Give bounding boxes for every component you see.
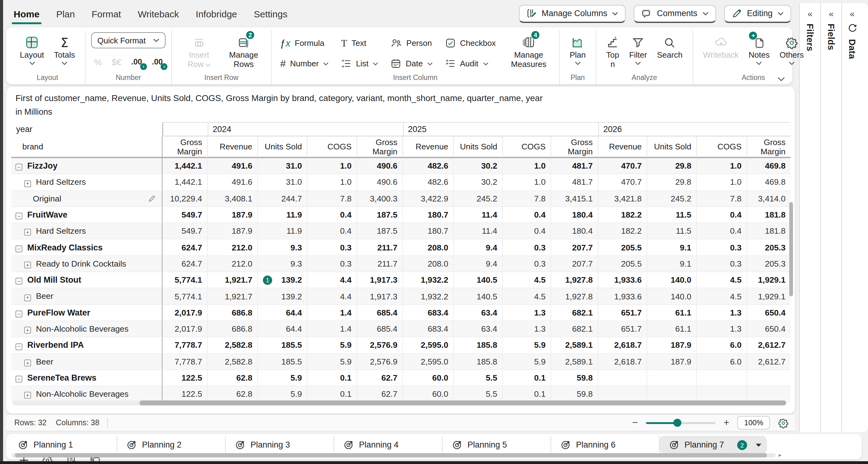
cell-hard-seltzers-c5[interactable]: 482.6: [403, 175, 454, 191]
cell-serenetea-brews-c2[interactable]: 5.9: [258, 370, 308, 386]
cell-beer-c0[interactable]: 5,774.1: [162, 288, 208, 305]
search-button[interactable]: Search: [653, 32, 687, 61]
cell-mixready-classics-c3[interactable]: 0.3: [308, 240, 357, 256]
cell-ready-to-drink-cocktails-c12[interactable]: 205.3: [747, 256, 790, 273]
row-label-fruitwave[interactable]: −FruitWave: [11, 207, 162, 223]
cell-beer-c3[interactable]: 5.9: [308, 354, 357, 370]
cell-serenetea-brews-c0[interactable]: 122.5: [162, 370, 208, 386]
list-column-button[interactable]: List: [338, 56, 381, 71]
cell-beer-c7[interactable]: 4.5: [503, 288, 551, 305]
others-button[interactable]: Others: [775, 32, 808, 67]
cell-hard-seltzers-c6[interactable]: 11.4: [454, 223, 503, 240]
cell-fizzjoy-c7[interactable]: 1.0: [503, 158, 551, 175]
cell-old-mill-stout-c6[interactable]: 140.5: [454, 272, 503, 288]
row-label-mixready-classics[interactable]: −MixReady Classics: [11, 240, 162, 256]
tab-planning-3[interactable]: Planning 3: [226, 436, 334, 454]
zoom-out-button[interactable]: −: [632, 418, 638, 428]
cell-original-c9[interactable]: 3,421.8: [598, 191, 647, 207]
quick-format-select[interactable]: Quick Format: [91, 32, 165, 48]
cell-old-mill-stout-c12[interactable]: 1,929.1: [747, 272, 790, 288]
expand-toggle-icon[interactable]: +: [24, 180, 31, 187]
side-panel-data[interactable]: «Data: [841, 3, 862, 432]
cell-riverbend-ipa-c10[interactable]: 187.9: [647, 338, 697, 354]
cell-ready-to-drink-cocktails-c1[interactable]: 212.0: [208, 256, 258, 273]
cell-fruitwave-c2[interactable]: 11.9: [258, 207, 308, 223]
cell-serenetea-brews-c6[interactable]: 5.5: [454, 370, 503, 386]
cell-beer-c11[interactable]: 6.0: [697, 354, 747, 370]
increase-decimal-button[interactable]: .00›: [152, 58, 163, 66]
cell-pureflow-water-c1[interactable]: 686.8: [208, 305, 258, 321]
cell-non-alcoholic-beverages-c12[interactable]: 650.4: [747, 321, 790, 338]
collapse-toggle-icon[interactable]: −: [16, 246, 22, 252]
cell-beer-c2[interactable]: 185.5: [258, 354, 308, 370]
menu-item-plan[interactable]: Plan: [56, 8, 75, 19]
side-panel-fields[interactable]: «Fields: [820, 3, 841, 432]
cell-pureflow-water-c0[interactable]: 2,017.9: [162, 305, 208, 321]
cell-original-c10[interactable]: 245.2: [647, 191, 697, 207]
insert-row-button[interactable]: Insert Row: [177, 32, 221, 71]
cell-non-alcoholic-beverages-c6[interactable]: 63.4: [454, 321, 503, 338]
cell-riverbend-ipa-c8[interactable]: 2,589.1: [551, 338, 598, 354]
cell-original-c4[interactable]: 3,400.3: [357, 191, 403, 207]
row-label-non-alcoholic-beverages[interactable]: +Non-Alcoholic Beverages: [11, 321, 162, 338]
cell-riverbend-ipa-c9[interactable]: 2,618.7: [598, 338, 647, 354]
cell-fizzjoy-c2[interactable]: 31.0: [258, 158, 308, 175]
text-column-button[interactable]: T Text: [338, 35, 381, 51]
cell-fruitwave-c3[interactable]: 0.4: [308, 207, 357, 223]
double-chevron-left-icon[interactable]: «: [829, 9, 834, 18]
cell-fizzjoy-c3[interactable]: 1.0: [308, 158, 357, 175]
cell-hard-seltzers-c6[interactable]: 30.2: [454, 175, 503, 191]
cell-beer-c10[interactable]: 187.9: [647, 354, 697, 370]
row-label-beer[interactable]: +Beer: [11, 354, 162, 370]
cell-non-alcoholic-beverages-c4[interactable]: 685.4: [357, 321, 403, 338]
cell-mixready-classics-c4[interactable]: 211.7: [357, 240, 403, 256]
cell-mixready-classics-c11[interactable]: 0.3: [697, 240, 747, 256]
cell-fruitwave-c9[interactable]: 182.2: [598, 207, 647, 223]
cell-beer-c1[interactable]: 1,921.7: [208, 288, 258, 305]
cell-fizzjoy-c5[interactable]: 482.6: [403, 158, 454, 175]
cell-hard-seltzers-c12[interactable]: 469.8: [747, 175, 790, 191]
cell-non-alcoholic-beverages-c2[interactable]: 64.4: [258, 321, 308, 338]
cell-fruitwave-c5[interactable]: 180.7: [403, 207, 454, 223]
year-group-2026[interactable]: 2026: [598, 122, 790, 136]
cell-fizzjoy-c6[interactable]: 30.2: [454, 158, 503, 175]
cell-hard-seltzers-c2[interactable]: 11.9: [258, 223, 308, 240]
cell-fruitwave-c12[interactable]: 181.8: [747, 207, 790, 223]
cell-serenetea-brews-c1[interactable]: 62.8: [208, 370, 258, 386]
cell-pureflow-water-c8[interactable]: 682.1: [551, 305, 598, 321]
column-header-gross-margin-8[interactable]: Gross Margin: [551, 136, 598, 158]
cell-riverbend-ipa-c7[interactable]: 5.9: [503, 338, 551, 354]
cell-fruitwave-c6[interactable]: 11.4: [454, 207, 503, 223]
cell-serenetea-brews-c8[interactable]: 59.8: [551, 370, 598, 386]
cell-hard-seltzers-c7[interactable]: 1.0: [503, 175, 551, 191]
cell-beer-c9[interactable]: 1,933.6: [598, 288, 647, 305]
vertical-scrollbar[interactable]: [789, 202, 793, 296]
cell-ready-to-drink-cocktails-c11[interactable]: 0.3: [697, 256, 747, 273]
cell-fizzjoy-c12[interactable]: 469.8: [747, 158, 790, 175]
cell-original-c3[interactable]: 7.8: [308, 191, 357, 207]
cell-mixready-classics-c10[interactable]: 9.1: [647, 240, 697, 256]
cell-beer-c4[interactable]: 1,917.3: [357, 288, 403, 305]
cell-ready-to-drink-cocktails-c4[interactable]: 211.7: [357, 256, 403, 273]
cell-old-mill-stout-c1[interactable]: 1,921.7: [208, 272, 258, 288]
expand-toggle-icon[interactable]: +: [24, 360, 31, 366]
cell-non-alcoholic-beverages-c0[interactable]: 2,017.9: [162, 321, 208, 338]
comment-count-badge[interactable]: 1: [263, 275, 272, 284]
cell-serenetea-brews-c9[interactable]: [598, 370, 647, 386]
notes-button[interactable]: + Notes: [744, 32, 774, 67]
row-label-original[interactable]: Original: [11, 191, 162, 207]
cell-hard-seltzers-c0[interactable]: 549.7: [162, 223, 208, 240]
cell-hard-seltzers-c2[interactable]: 31.0: [258, 175, 308, 191]
row-label-riverbend-ipa[interactable]: −Riverbend IPA: [11, 338, 162, 354]
expand-toggle-icon[interactable]: +: [24, 327, 31, 334]
column-header-units-sold-6[interactable]: Units Sold: [454, 136, 503, 158]
cell-ready-to-drink-cocktails-c9[interactable]: 205.5: [598, 256, 647, 273]
expand-toggle-icon[interactable]: +: [24, 229, 31, 236]
cell-hard-seltzers-c1[interactable]: 491.6: [208, 175, 258, 191]
column-header-units-sold-2[interactable]: Units Sold: [258, 136, 308, 158]
cell-old-mill-stout-c11[interactable]: 4.5: [697, 272, 747, 288]
tab-planning-2[interactable]: Planning 2: [117, 436, 226, 454]
cell-beer-c4[interactable]: 2,576.9: [357, 354, 403, 370]
column-header-cogs-3[interactable]: COGS: [308, 136, 357, 158]
cell-mixready-classics-c9[interactable]: 205.5: [598, 240, 647, 256]
